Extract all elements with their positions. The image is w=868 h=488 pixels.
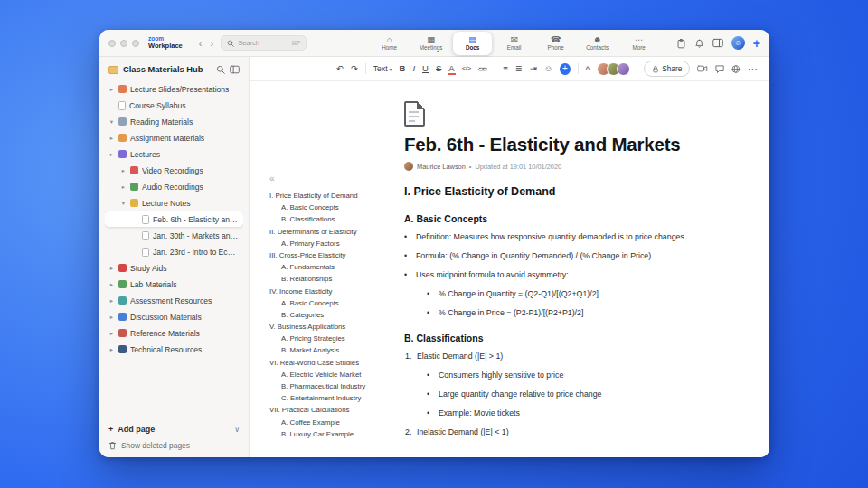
collapse-toolbar-button[interactable]: ^ bbox=[586, 65, 590, 73]
chevron-icon[interactable]: ▸ bbox=[108, 135, 115, 142]
doc-block[interactable]: • Uses midpoint formula to avoid asymmet… bbox=[404, 270, 720, 279]
outline-item[interactable]: I. Price Elasticity of Demand bbox=[269, 192, 393, 200]
doc-block[interactable]: B. Classifications bbox=[404, 333, 720, 343]
back-button[interactable]: ‹ bbox=[199, 38, 203, 49]
sidebar-item[interactable]: ▾ Reading Materials bbox=[105, 114, 243, 129]
nav-tab[interactable]: ⋯ More bbox=[619, 32, 658, 55]
notifications-bell-icon[interactable] bbox=[694, 38, 704, 49]
outline-item[interactable]: A. Electric Vehicle Market bbox=[269, 371, 393, 379]
collapse-outline-icon[interactable]: « bbox=[269, 174, 393, 183]
document-title[interactable]: Feb. 6th - Elasticity and Markets bbox=[404, 134, 720, 155]
doc-block[interactable]: • Formula: (% Change in Quantity Demande… bbox=[404, 251, 720, 260]
outline-item[interactable]: III. Cross-Price Elasticity bbox=[269, 251, 393, 259]
share-button[interactable]: Share bbox=[644, 61, 690, 77]
chevron-icon[interactable]: ▸ bbox=[108, 86, 115, 93]
strikethrough-button[interactable]: S bbox=[436, 64, 441, 73]
doc-block[interactable]: • % Change in Quantity = (Q2-Q1)/[(Q2+Q1… bbox=[427, 289, 720, 298]
italic-button[interactable]: I bbox=[412, 64, 415, 73]
user-avatar[interactable]: ☺ bbox=[731, 36, 745, 50]
sidebar-item[interactable]: Feb. 6th - Elasticity and M... bbox=[105, 211, 243, 227]
sidebar-item[interactable]: Course Syllabus bbox=[105, 98, 243, 113]
nav-tab[interactable]: ✉ Email bbox=[495, 32, 533, 55]
new-item-plus-button[interactable]: + bbox=[753, 37, 760, 50]
bold-button[interactable]: B bbox=[400, 64, 406, 73]
outline-item[interactable]: A. Basic Concepts bbox=[269, 203, 393, 211]
minimize-window-button[interactable] bbox=[120, 40, 127, 47]
indent-button[interactable]: ⇥ bbox=[530, 64, 537, 73]
outline-item[interactable]: VI. Real-World Case Studies bbox=[269, 359, 393, 367]
global-search-input[interactable]: Search ⌘F bbox=[221, 35, 307, 51]
comment-icon[interactable] bbox=[715, 64, 725, 74]
nav-tab[interactable]: ⌂ Home bbox=[370, 32, 409, 55]
sidebar-item[interactable]: ▸ Audio Recordings bbox=[105, 179, 243, 194]
text-color-button[interactable]: A bbox=[448, 64, 454, 73]
doc-block[interactable]: • Example: Movie tickets bbox=[427, 408, 720, 418]
globe-icon[interactable] bbox=[731, 64, 741, 74]
outline-item[interactable]: B. Classifications bbox=[269, 215, 393, 223]
redo-button[interactable]: ↷ bbox=[351, 64, 358, 73]
video-camera-icon[interactable] bbox=[697, 64, 707, 73]
emoji-button[interactable]: ☺ bbox=[544, 64, 553, 73]
sidebar-item[interactable]: ▸ Lab Materials bbox=[105, 277, 243, 292]
text-style-dropdown[interactable]: Text ▾ bbox=[373, 64, 392, 73]
more-options-button[interactable]: ⋯ bbox=[748, 63, 759, 75]
sidebar-panel-icon[interactable] bbox=[230, 65, 240, 74]
outline-item[interactable]: B. Relationships bbox=[269, 275, 393, 283]
forward-button[interactable]: › bbox=[210, 38, 213, 49]
sidebar-item[interactable]: ▸ Assessment Resources bbox=[105, 293, 243, 308]
outline-item[interactable]: VII. Practical Calculations bbox=[269, 406, 393, 414]
sidebar-item[interactable]: ▸ Video Recordings bbox=[105, 163, 243, 178]
code-button[interactable]: </> bbox=[462, 65, 471, 72]
nav-tab[interactable]: ▤ Docs bbox=[453, 32, 492, 55]
doc-block[interactable]: 2. Inelastic Demand (|E| < 1) bbox=[405, 427, 720, 436]
sidebar-item[interactable]: ▸ Lecture Slides/Presentations bbox=[105, 81, 243, 97]
sidebar-item[interactable]: Jan. 30th - Markets and P... bbox=[105, 228, 243, 243]
outline-item[interactable]: A. Pricing Strategies bbox=[269, 334, 393, 343]
bullet-list-button[interactable]: ≡ bbox=[503, 64, 508, 73]
outline-item[interactable]: A. Fundamentals bbox=[269, 263, 393, 271]
outline-item[interactable]: A. Basic Concepts bbox=[269, 299, 393, 307]
nav-tab[interactable]: ▦ Meetings bbox=[411, 32, 450, 55]
chevron-icon[interactable]: ▸ bbox=[108, 314, 115, 321]
sidebar-item[interactable]: ▸ Lectures bbox=[105, 146, 243, 162]
add-page-button[interactable]: + Add page ∨ bbox=[108, 425, 240, 434]
outline-item[interactable]: B. Luxury Car Example bbox=[269, 430, 393, 438]
outline-item[interactable]: IV. Income Elasticity bbox=[269, 287, 393, 296]
align-button[interactable]: ≣ bbox=[515, 64, 523, 73]
chevron-icon[interactable]: ▸ bbox=[108, 281, 115, 288]
chevron-icon[interactable]: ▸ bbox=[108, 330, 115, 337]
chevron-icon[interactable]: ▸ bbox=[120, 183, 127, 191]
close-window-button[interactable] bbox=[108, 40, 116, 47]
outline-item[interactable]: B. Categories bbox=[269, 311, 393, 319]
doc-block[interactable]: • Consumers highly sensitive to price bbox=[427, 371, 720, 380]
sidebar-item[interactable]: ▸ Technical Resources bbox=[105, 342, 243, 357]
sidebar-item[interactable]: ▸ Study Aids bbox=[105, 260, 243, 276]
side-panel-toggle-icon[interactable] bbox=[712, 38, 723, 48]
outline-item[interactable]: A. Primary Factors bbox=[269, 239, 393, 248]
doc-block[interactable]: I. Price Elasticity of Demand bbox=[404, 185, 720, 198]
collaborator-avatar[interactable] bbox=[617, 62, 630, 76]
sidebar-item[interactable]: ▾ Lecture Notes bbox=[105, 195, 243, 211]
undo-button[interactable]: ↶ bbox=[336, 64, 344, 73]
outline-item[interactable]: C. Entertainment Industry bbox=[269, 394, 393, 402]
underline-button[interactable]: U bbox=[422, 64, 429, 73]
show-deleted-pages-button[interactable]: Show deleted pages bbox=[108, 441, 240, 450]
chevron-icon[interactable]: ▸ bbox=[108, 346, 115, 353]
doc-block[interactable]: • Definition: Measures how responsive qu… bbox=[404, 232, 720, 241]
nav-tab[interactable]: ☎ Phone bbox=[536, 32, 575, 55]
chevron-icon[interactable]: ▾ bbox=[120, 200, 127, 207]
clipboard-icon[interactable] bbox=[676, 38, 686, 49]
nav-tab[interactable]: ☻ Contacts bbox=[578, 32, 617, 55]
link-icon[interactable] bbox=[478, 65, 488, 73]
chevron-icon[interactable]: ▸ bbox=[108, 297, 115, 305]
doc-block[interactable]: A. Basic Concepts bbox=[404, 213, 720, 224]
outline-item[interactable]: B. Pharmaceutical Industry bbox=[269, 382, 393, 390]
chevron-icon[interactable]: ▸ bbox=[108, 151, 115, 158]
doc-block[interactable]: • Large quantity change relative to pric… bbox=[427, 389, 720, 399]
sidebar-item[interactable]: ▸ Assignment Materials bbox=[105, 130, 243, 145]
sidebar-item[interactable]: ▸ Discussion Materials bbox=[105, 309, 243, 324]
chevron-icon[interactable]: ▸ bbox=[120, 167, 127, 174]
doc-block[interactable]: • % Change in Price = (P2-P1)/[(P2+P1)/2… bbox=[427, 308, 720, 317]
sidebar-item[interactable]: ▸ Reference Materials bbox=[105, 325, 243, 341]
chevron-icon[interactable]: ▸ bbox=[108, 265, 115, 272]
